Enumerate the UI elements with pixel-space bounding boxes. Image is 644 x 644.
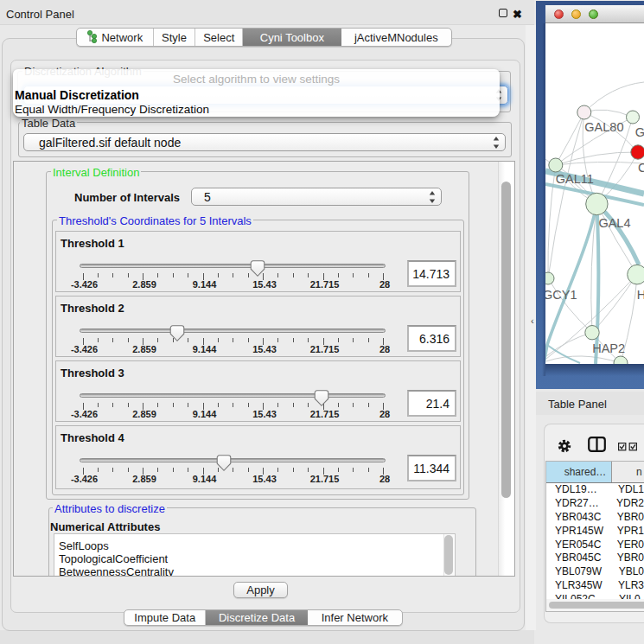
svg-text:GAL80: GAL80 xyxy=(584,120,623,134)
svg-text:GAL4: GAL4 xyxy=(598,216,630,230)
svg-text:C: C xyxy=(638,161,644,175)
svg-text:GCY1: GCY1 xyxy=(545,288,577,302)
svg-text:GA: GA xyxy=(635,125,644,139)
svg-text:HAP2: HAP2 xyxy=(592,341,625,355)
svg-text:H: H xyxy=(637,288,644,302)
svg-text:GAL11: GAL11 xyxy=(556,172,594,186)
